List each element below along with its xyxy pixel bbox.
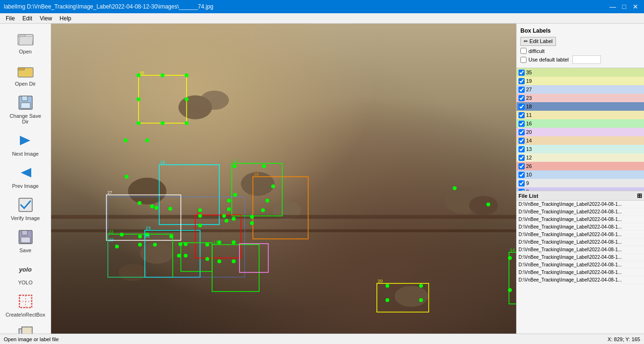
label-item-10[interactable]: 10 — [517, 170, 644, 179]
label-item-26[interactable]: 26 — [517, 162, 644, 170]
file-item-10[interactable]: D:\VnBee_Tracking\Image_Label\2022-04-08… — [517, 276, 644, 284]
maximize-button[interactable]: □ — [619, 2, 629, 11]
label-item-13[interactable]: 13 — [517, 145, 644, 153]
toolbar: Open Open Dir Change Save Dir Next Image… — [0, 24, 51, 334]
yolo-icon: yolo — [16, 260, 35, 279]
duplicate-rect-icon — [16, 324, 35, 334]
label-item-35[interactable]: 35 — [517, 68, 644, 77]
prev-image-button[interactable]: Prev Image — [4, 160, 47, 192]
label-checkbox-23[interactable] — [519, 95, 525, 101]
file-list-section: File List ⊞ D:\VnBee_Tracking\Image_Labe… — [517, 191, 644, 334]
open-dir-label: Open Dir — [15, 81, 36, 87]
label-item-11[interactable]: 11 — [517, 111, 644, 119]
label-item-19[interactable]: 19 — [517, 77, 644, 85]
svg-rect-3 — [18, 68, 25, 70]
label-checkbox-14[interactable] — [519, 138, 525, 144]
file-list-icon: ⊞ — [637, 192, 642, 199]
file-item-4[interactable]: D:\VnBee_Tracking\Image_Label\2022-04-08… — [517, 231, 644, 238]
label-checkbox-19[interactable] — [519, 78, 525, 84]
file-list-body[interactable]: D:\VnBee_Tracking\Image_Label\2022-04-08… — [517, 201, 644, 334]
status-right: X: 829; Y: 165 — [608, 336, 640, 342]
use-default-label-text: Use default labtel — [528, 57, 569, 62]
label-checkbox-16[interactable] — [519, 121, 525, 127]
svg-rect-11 — [22, 230, 27, 235]
menu-file[interactable]: File — [2, 14, 18, 23]
label-item-9[interactable]: 9 — [517, 179, 644, 187]
file-item-6[interactable]: D:\VnBee_Tracking\Image_Label\2022-04-08… — [517, 246, 644, 254]
open-button[interactable]: Open — [4, 26, 47, 57]
open-icon — [16, 29, 35, 48]
file-item-8[interactable]: D:\VnBee_Tracking\Image_Label\2022-04-08… — [517, 261, 644, 269]
label-item-27[interactable]: 27 — [517, 85, 644, 94]
difficult-row: difficult — [520, 48, 640, 54]
file-item-1[interactable]: D:\VnBee_Tracking\Image_Label\2022-04-08… — [517, 208, 644, 216]
close-button[interactable]: ✕ — [631, 2, 640, 11]
menu-view[interactable]: View — [36, 14, 56, 23]
yolo-button[interactable]: yolo YOLO — [4, 257, 47, 288]
create-rect-label: Create\nRectBox — [6, 312, 45, 318]
label-item-18[interactable]: 18 — [517, 102, 644, 111]
file-item-9[interactable]: D:\VnBee_Tracking\Image_Label\2022-04-08… — [517, 269, 644, 276]
default-label-row: Use default labtel — [520, 55, 640, 64]
label-num-26: 26 — [526, 163, 532, 169]
label-checkbox-20[interactable] — [519, 129, 525, 135]
file-item-3[interactable]: D:\VnBee_Tracking\Image_Label\2022-04-08… — [517, 223, 644, 231]
change-save-dir-label: Change Save Dir — [6, 113, 45, 124]
label-checkbox-26[interactable] — [519, 163, 525, 169]
minimize-button[interactable]: — — [608, 2, 617, 11]
file-item-2[interactable]: D:\VnBee_Tracking\Image_Label\2022-04-08… — [517, 216, 644, 223]
open-dir-icon — [16, 61, 35, 80]
file-item-5[interactable]: D:\VnBee_Tracking\Image_Label\2022-04-08… — [517, 238, 644, 246]
duplicate-rect-button[interactable]: Duplicate\nRectBox — [4, 321, 47, 334]
next-image-button[interactable]: Next Image — [4, 128, 47, 159]
label-checkbox-9[interactable] — [519, 180, 525, 186]
label-checkbox-13[interactable] — [519, 146, 525, 152]
save-button[interactable]: Save — [4, 225, 47, 256]
canvas-area[interactable]: 35 18 11 16 27 22 23 19 12 — [51, 24, 516, 334]
difficult-checkbox[interactable] — [520, 48, 527, 54]
use-default-label-checkbox[interactable] — [520, 57, 527, 63]
label-num-11: 11 — [526, 112, 532, 118]
edit-label-button[interactable]: ✏ Edit Label — [520, 37, 556, 46]
save-label: Save — [19, 247, 31, 253]
menu-edit[interactable]: Edit — [18, 14, 36, 23]
open-dir-button[interactable]: Open Dir — [4, 58, 47, 89]
label-checkbox-27[interactable] — [519, 87, 525, 93]
image-background — [51, 24, 516, 334]
yolo-label: YOLO — [18, 280, 33, 285]
label-item-12[interactable]: 12 — [517, 153, 644, 162]
label-item-14[interactable]: 14 — [517, 136, 644, 145]
label-num-18: 18 — [526, 104, 532, 109]
svg-rect-17 — [22, 327, 32, 334]
label-checkbox-12[interactable] — [519, 155, 525, 161]
label-num-35: 35 — [526, 70, 532, 75]
svg-rect-6 — [21, 103, 30, 108]
label-item-16[interactable]: 16 — [517, 119, 644, 128]
label-item-8[interactable]: 8 — [517, 187, 644, 191]
next-image-icon — [16, 131, 35, 150]
file-item-7[interactable]: D:\VnBee_Tracking\Image_Label\2022-04-08… — [517, 254, 644, 261]
label-num-9: 9 — [526, 180, 529, 186]
change-save-dir-button[interactable]: Change Save Dir — [4, 90, 47, 127]
label-checkbox-18[interactable] — [519, 104, 525, 110]
label-item-20[interactable]: 20 — [517, 128, 644, 136]
titlebar-title: labelImg D:\VnBee_Tracking\Image_Label\2… — [4, 3, 214, 10]
label-num-13: 13 — [526, 146, 532, 152]
main-layout: Open Open Dir Change Save Dir Next Image… — [0, 24, 644, 334]
menu-help[interactable]: Help — [56, 14, 75, 23]
label-checkbox-11[interactable] — [519, 112, 525, 118]
label-checkbox-35[interactable] — [519, 70, 525, 76]
create-rect-button[interactable]: Create\nRectBox — [4, 289, 47, 320]
verify-image-label: Verify Image — [11, 215, 40, 221]
label-checkbox-10[interactable] — [519, 172, 525, 178]
file-item-0[interactable]: D:\VnBee_Tracking\Image_Label\2022-04-08… — [517, 201, 644, 208]
label-item-23[interactable]: 23 — [517, 94, 644, 102]
labels-list: 35192723181116201413122610987 — [517, 68, 644, 191]
titlebar: labelImg D:\VnBee_Tracking\Image_Label\2… — [0, 0, 644, 13]
verify-image-button[interactable]: Verify Image — [4, 193, 47, 224]
label-checkbox-8[interactable] — [519, 189, 525, 192]
default-label-input[interactable] — [572, 55, 601, 64]
verify-image-icon — [16, 195, 35, 214]
create-rect-icon — [16, 292, 35, 311]
menubar: File Edit View Help — [0, 13, 644, 24]
